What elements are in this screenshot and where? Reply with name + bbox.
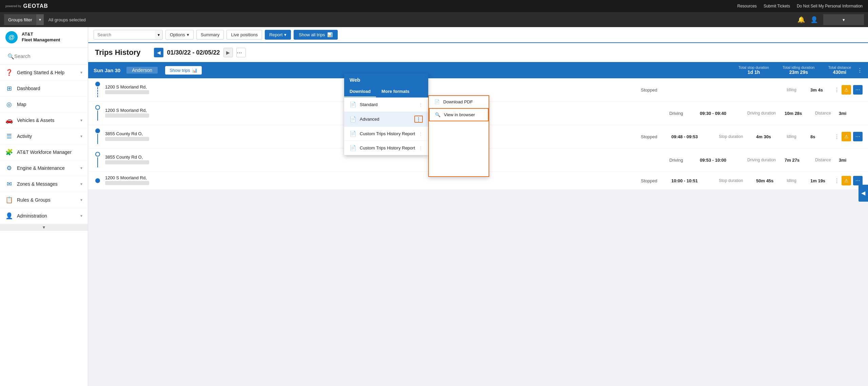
trip-street: 1200 S Moorland Rd,	[105, 175, 637, 180]
trip-actions-5: ⋮ ⚠ ⋯	[834, 176, 863, 185]
show-trips-label: Show trips	[170, 68, 190, 73]
show-trips-button[interactable]: Show trips 📊	[165, 66, 202, 75]
trip-menu-button[interactable]: ⋯	[853, 132, 863, 141]
trip-dot-empty	[95, 105, 100, 110]
right-panel-toggle-button[interactable]: ◀	[859, 185, 868, 202]
trip-status-3: Stopped	[641, 134, 668, 139]
group-more-button[interactable]: ⋮	[857, 67, 863, 74]
report-custom2-label: Custom Trips History Report	[360, 145, 415, 150]
trip-menu-button[interactable]: ⋯	[853, 176, 863, 185]
sidebar-item-engine[interactable]: ⚙ Engine & Maintenance ▾	[0, 160, 88, 176]
report-doc-icon: 📄	[350, 101, 356, 108]
sidebar-dashboard-label: Dashboard	[17, 86, 82, 91]
advanced-highlight-box: ⋮	[414, 116, 423, 123]
report-dropdown-tabs: Download More formats	[344, 86, 428, 98]
report-standard-label: Standard	[360, 102, 378, 107]
trip-warning-button[interactable]: ⚠	[842, 176, 851, 185]
download-pdf-item[interactable]: 📄 Download PDF	[429, 96, 489, 108]
groups-filter-label: Groups filter	[8, 17, 32, 22]
groups-bar-right: 🔔 👤 ▾	[797, 14, 864, 25]
trip-address-redacted	[105, 114, 149, 118]
trip-indicator-1	[94, 82, 102, 98]
resources-link[interactable]: Resources	[737, 4, 757, 8]
groups-filter-dropdown[interactable]: ▾	[36, 14, 44, 25]
sidebar-item-map[interactable]: ◎ Map	[0, 97, 88, 113]
trip-more-dots-button[interactable]: ⋮	[834, 87, 840, 93]
sidebar-search-input[interactable]	[5, 51, 83, 61]
trip-extra-value-1: 3m 4s	[810, 87, 831, 93]
sidebar-item-getting-started[interactable]: ❓ Getting Started & Help ▾	[0, 65, 88, 81]
sidebar-engine-label: Engine & Maintenance	[17, 165, 76, 171]
trip-line-solid	[97, 110, 98, 121]
user-dropdown-chevron: ▾	[843, 17, 845, 22]
search-dropdown-button[interactable]: ▾	[155, 31, 162, 39]
top-bar: powered by GEOTAB Resources Submit Ticke…	[0, 0, 868, 12]
sidebar-item-administration[interactable]: 👤 Administration ▾	[0, 208, 88, 224]
options-button[interactable]: Options ▾	[165, 30, 194, 40]
report-menu-item-advanced[interactable]: 📄 Advanced ⋮	[344, 112, 428, 127]
report-tab-download[interactable]: Download	[344, 86, 376, 97]
date-prev-button[interactable]: ◀	[154, 48, 163, 57]
sidebar-zones-label: Zones & Messages	[17, 181, 76, 187]
main-layout: @ AT&T Fleet Management 🔍 ❓ Getting Star…	[0, 27, 868, 386]
group-stats: Total stop duration 1d 1h Total idling d…	[738, 65, 851, 75]
trip-status-5: Stopped	[641, 178, 668, 183]
sidebar-item-rules[interactable]: 📋 Rules & Groups ▾	[0, 192, 88, 208]
trip-address-5: 1200 S Moorland Rd,	[105, 175, 637, 186]
trip-warning-button[interactable]: ⚠	[842, 85, 851, 95]
sidebar-vehicles-label: Vehicles & Assets	[17, 118, 76, 123]
vehicles-icon: 🚗	[5, 117, 13, 124]
sidebar-item-zones[interactable]: ✉ Zones & Messages ▾	[0, 176, 88, 192]
sidebar-scroll-down[interactable]: ▼	[0, 224, 88, 231]
main-content: ▾ Options ▾ Summary Live positions Repor…	[88, 27, 868, 386]
trip-dot-filled	[95, 178, 100, 183]
report-label: Report	[269, 32, 282, 37]
trip-menu-button[interactable]: ⋯	[853, 85, 863, 95]
user-dropdown[interactable]: ▾	[823, 14, 864, 25]
do-not-sell-link[interactable]: Do Not Sell My Personal Information	[797, 4, 863, 8]
chevron-down-icon: ▾	[80, 118, 82, 123]
submit-tickets-link[interactable]: Submit Tickets	[764, 4, 790, 8]
report-menu-item-standard[interactable]: 📄 Standard ⋮	[344, 98, 428, 112]
trip-duration-value-5: 50m 45s	[756, 178, 783, 183]
trip-dot-filled	[95, 128, 100, 133]
sidebar-item-activity[interactable]: ☰ Activity ▾	[0, 128, 88, 144]
view-in-browser-item[interactable]: 🔍 View in browser	[429, 108, 489, 121]
groups-filter-button[interactable]: Groups filter	[4, 14, 36, 25]
summary-button[interactable]: Summary	[196, 30, 224, 40]
sidebar-item-att-workforce[interactable]: 🧩 AT&T Workforce Manager	[0, 144, 88, 160]
show-all-trips-button[interactable]: Show all trips 📊	[294, 30, 337, 40]
trip-more-dots-button[interactable]: ⋮	[834, 178, 840, 184]
report-button[interactable]: Report ▾	[265, 30, 291, 40]
date-options-button[interactable]: ⋯	[236, 48, 246, 57]
sidebar-item-vehicles[interactable]: 🚗 Vehicles & Assets ▾	[0, 113, 88, 128]
trips-header-row: Trips History ◀ 01/30/22 - 02/05/22 ▶ ⋯	[88, 43, 868, 62]
user-avatar-icon[interactable]: 👤	[810, 16, 818, 23]
trip-time-2: 09:30 - 09:40	[700, 111, 744, 116]
powered-by-text: powered by	[5, 5, 21, 8]
report-menu-item-custom2[interactable]: 📄 Custom Trips History Report ⋮	[344, 141, 428, 155]
report-custom1-label: Custom Trips History Report	[360, 131, 415, 136]
report-tab-more-formats[interactable]: More formats	[376, 86, 415, 97]
trip-address-redacted	[105, 160, 149, 164]
toolbar: ▾ Options ▾ Summary Live positions Repor…	[88, 27, 868, 43]
activity-icon: ☰	[5, 133, 13, 140]
trip-warning-button[interactable]: ⚠	[842, 132, 851, 141]
trip-extra-label-4: Distance	[815, 158, 835, 162]
live-positions-button[interactable]: Live positions	[226, 30, 262, 40]
trip-more-dots-button[interactable]: ⋮	[834, 134, 840, 140]
date-next-button[interactable]: ▶	[223, 48, 233, 57]
trip-address-redacted	[105, 137, 149, 141]
chevron-down-icon: ▾	[80, 214, 82, 218]
groups-selected-text: All groups selected	[48, 17, 86, 22]
map-icon: ◎	[5, 101, 13, 108]
sidebar-nav: ❓ Getting Started & Help ▾ ⊞ Dashboard ◎…	[0, 65, 88, 386]
sidebar-activity-label: Activity	[17, 134, 76, 139]
trip-line-solid	[97, 134, 98, 144]
sidebar-item-dashboard[interactable]: ⊞ Dashboard	[0, 81, 88, 97]
report-chevron-icon: ▾	[284, 32, 287, 37]
report-menu-item-custom1[interactable]: 📄 Custom Trips History Report ⋮	[344, 127, 428, 141]
sidebar-brand-text: AT&T Fleet Management	[22, 32, 60, 43]
toolbar-search-input[interactable]	[94, 30, 155, 39]
notification-bell-icon[interactable]: 🔔	[797, 16, 805, 23]
